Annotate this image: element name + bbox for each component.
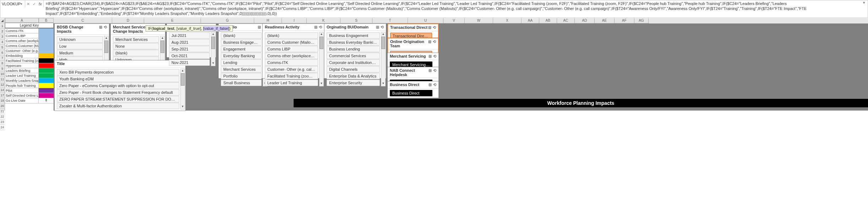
slicer-item[interactable]: Customer- Other (e.g. call campaign) <box>265 66 318 73</box>
slicer-item[interactable]: Unknown <box>57 36 103 43</box>
slicer-item[interactable]: Oct-2021 <box>169 53 210 59</box>
scroll-up-icon[interactable]: ▲ <box>104 36 108 41</box>
formula-input[interactable]: =IF($AF24=AG$23,CHAR(234),IF($AD24<=AG$2… <box>44 0 861 17</box>
multi-select-icon[interactable]: ⊞ <box>99 25 102 33</box>
slicer-item[interactable]: Xero Bill Payments deprecation <box>57 69 179 75</box>
slicer-item[interactable]: Small Business <box>221 80 262 86</box>
multi-select-icon[interactable]: ⊞ <box>258 25 261 30</box>
clear-filter-icon[interactable]: ⟲ <box>104 25 107 33</box>
slicer-item[interactable]: Comms LIBP <box>265 46 318 52</box>
clear-filter-icon[interactable]: ⟲ <box>433 25 436 30</box>
slicer-item[interactable]: Lending <box>221 59 262 66</box>
slicer-item[interactable]: Facilitated Training (zoom, F2F) <box>265 73 318 79</box>
col-header[interactable]: C <box>54 18 112 23</box>
row-header[interactable]: 9 <box>0 66 5 71</box>
cancel-icon[interactable]: ✕ <box>27 2 30 6</box>
row-header[interactable]: 24 <box>0 125 5 130</box>
scroll-thumb[interactable] <box>104 41 108 53</box>
col-header[interactable]: AB <box>539 18 557 23</box>
slicer-item[interactable]: Enterprise Security <box>327 80 380 86</box>
col-header[interactable]: X <box>493 18 522 23</box>
col-header[interactable]: S <box>340 18 372 23</box>
col-header[interactable]: I <box>282 18 307 23</box>
slicer-item[interactable]: Enterprise Data & Analytics <box>327 73 380 79</box>
slicer-item[interactable]: Sep-2021 <box>169 46 210 52</box>
clear-filter-icon[interactable]: ⟲ <box>381 25 384 30</box>
name-box-dropdown-icon[interactable]: ▾ <box>21 2 23 6</box>
row-header[interactable]: 21 <box>0 109 5 114</box>
slicer-scrollbar[interactable]: ▲ ▼ <box>180 69 185 109</box>
slicer-item[interactable]: Merchant Services <box>113 36 159 43</box>
slicer-orig-bu[interactable]: Orginating BU/Domain ⊞ ⟲ Business Engage… <box>324 23 386 79</box>
slicer-item[interactable]: Jul-2021 <box>169 32 210 39</box>
scroll-down-icon[interactable]: ▼ <box>211 61 215 66</box>
slicer-item[interactable]: (blank) <box>221 32 262 39</box>
row-header[interactable]: 3 <box>0 34 5 39</box>
slicer-item[interactable]: Leader Led Training <box>265 80 318 86</box>
col-head-a[interactable]: A <box>5 18 39 23</box>
col-header[interactable]: AG <box>634 18 649 23</box>
slicer-item[interactable]: Aug-2021 <box>169 39 210 46</box>
row-header[interactable]: 18 <box>0 98 5 103</box>
slicer-title[interactable]: Title ⊞ ⟲ Xero Bill Payments deprecation… <box>54 60 186 111</box>
scroll-thumb[interactable] <box>181 73 185 86</box>
slicer-readiness-activity[interactable]: Readiness Activity ⊞ ⟲ (blank)Comms Cust… <box>262 23 324 79</box>
slicer-item[interactable]: Commercial Services <box>327 53 380 59</box>
multi-select-icon[interactable]: ⊞ <box>428 25 431 30</box>
slicer-portfolio[interactable]: Portfolio ⊞ ⟲ (blank)Business Engagement… <box>218 23 268 79</box>
slicer-item[interactable]: Business Lending <box>327 46 380 52</box>
row-header[interactable]: 6 <box>0 50 5 55</box>
row-header[interactable]: 1 <box>0 23 5 29</box>
scroll-up-icon[interactable]: ▲ <box>160 36 164 41</box>
slicer-item[interactable]: Engagement <box>221 46 262 52</box>
slicer-item[interactable]: (blank) <box>113 50 159 56</box>
multi-select-icon[interactable]: ⊞ <box>428 54 432 59</box>
col-header[interactable]: G <box>201 18 254 23</box>
slicer-item[interactable]: Comms-ITK <box>265 59 318 66</box>
slicer-item[interactable]: (blank) <box>265 32 318 39</box>
slicer-item[interactable]: None <box>113 43 159 49</box>
scroll-up-icon[interactable]: ▲ <box>320 32 323 37</box>
col-header[interactable]: D <box>112 18 144 23</box>
clear-filter-icon[interactable]: ⟲ <box>433 68 436 77</box>
col-header[interactable]: W <box>465 18 493 23</box>
row-header[interactable]: 23 <box>0 119 5 125</box>
slicer-business-direct[interactable]: Business Direct ⊞ ⟲ Business Direct <box>387 81 439 98</box>
slicer-item[interactable]: Zero Paper - eComms Campaign with option… <box>57 82 179 89</box>
multi-select-icon[interactable]: ⊞ <box>428 82 432 87</box>
col-header[interactable]: AC <box>557 18 575 23</box>
col-header[interactable]: E <box>144 18 201 23</box>
scroll-up-icon[interactable]: ▲ <box>381 32 385 37</box>
scroll-thumb[interactable] <box>160 41 164 53</box>
col-header[interactable]: AD <box>575 18 595 23</box>
slicer-item[interactable]: Nov-2021 <box>169 59 210 66</box>
slicer-item[interactable]: Business Direct <box>390 90 432 96</box>
row-header[interactable]: 8 <box>0 61 5 66</box>
slicer-item[interactable]: Low <box>57 43 103 49</box>
clear-filter-icon[interactable]: ⟲ <box>433 39 436 48</box>
col-header[interactable]: U <box>408 18 443 23</box>
slicer-scrollbar[interactable]: ▲ ▼ <box>211 32 215 66</box>
row-header[interactable]: 22 <box>0 114 5 119</box>
multi-select-icon[interactable]: ⊞ <box>428 39 431 48</box>
slicer-item[interactable]: Corporate and Institutional ... <box>327 59 380 66</box>
fx-icon[interactable]: fx <box>39 2 42 6</box>
slicer-item[interactable]: Zero Paper - Front Book changes to State… <box>57 89 179 96</box>
col-header[interactable]: AA <box>522 18 539 23</box>
slicer-item[interactable]: Comms Customer (Mailouts) <box>265 39 318 46</box>
row-header[interactable]: 14 <box>0 87 5 93</box>
slicer-item[interactable]: Business Engagement <box>327 32 380 39</box>
scroll-down-icon[interactable]: ▼ <box>320 82 323 86</box>
enter-icon[interactable]: ✓ <box>33 2 36 6</box>
scroll-up-icon[interactable]: ▲ <box>181 69 185 73</box>
slicer-item[interactable]: Medium <box>57 50 103 56</box>
col-head-b[interactable]: B <box>39 18 54 23</box>
multi-select-icon[interactable]: ⊞ <box>376 25 379 30</box>
slicer-item[interactable]: Merchant Services <box>221 66 262 73</box>
slicer-item[interactable]: ZERO PAPER STREAM:STATEMENT SUPPRESSION … <box>57 96 179 102</box>
select-all[interactable]: ◢ <box>0 18 5 23</box>
col-header[interactable]: AF <box>615 18 634 23</box>
row-header[interactable]: 17 <box>0 93 5 98</box>
row-header[interactable]: 5 <box>0 45 5 50</box>
slicer-item[interactable]: Digital Channels <box>327 66 380 73</box>
